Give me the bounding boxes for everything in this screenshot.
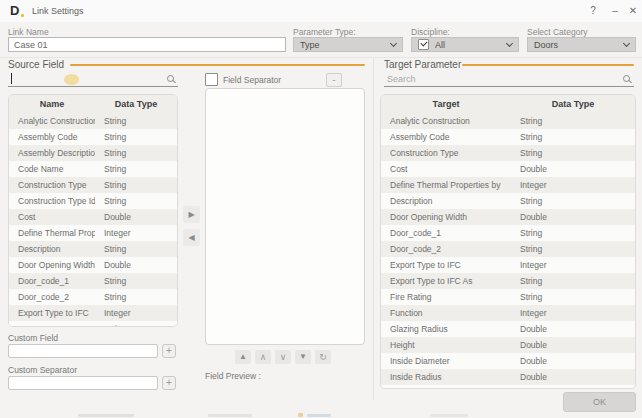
custom-field-label: Custom Field xyxy=(8,333,58,343)
window-title: Link Settings xyxy=(32,6,84,16)
table-row[interactable]: DescriptionString xyxy=(9,241,177,257)
table-row[interactable]: DescriptionString xyxy=(381,193,635,209)
table-row[interactable]: FunctionInteger xyxy=(381,305,635,321)
param-data-type: String xyxy=(95,273,177,289)
table-row[interactable]: Export Type to IFCInteger xyxy=(381,257,635,273)
help-icon[interactable]: ? xyxy=(586,4,600,18)
table-row[interactable]: Assembly DescriptionString xyxy=(9,145,177,161)
link-name-input[interactable] xyxy=(8,37,286,52)
param-data-type: Integer xyxy=(95,305,177,321)
param-name: Function xyxy=(381,305,511,321)
param-name: Export Type to IFC xyxy=(381,257,511,273)
param-name: Fire Rating xyxy=(381,289,511,305)
field-separator-label: Field Separator xyxy=(223,75,281,85)
table-row[interactable]: Code NameString xyxy=(9,161,177,177)
selected-fields-list[interactable] xyxy=(205,88,365,345)
parameter-type-label: Parameter Type: xyxy=(293,27,356,37)
add-custom-separator-button[interactable]: + xyxy=(162,376,176,390)
table-row[interactable]: Construction TypeString xyxy=(9,177,177,193)
select-category-select[interactable]: Doors xyxy=(527,37,636,52)
table-row[interactable]: Analytic ConstructionString xyxy=(9,113,177,129)
param-data-type: Double xyxy=(95,257,177,273)
target-table-header: Target Data Type xyxy=(381,95,635,113)
param-name: Assembly Code xyxy=(381,129,511,145)
param-name: Door_code_1 xyxy=(381,225,511,241)
table-row[interactable]: Construction Type IdString xyxy=(9,193,177,209)
table-row[interactable]: Assembly CodeString xyxy=(9,129,177,145)
target-search-input[interactable]: Search xyxy=(384,71,634,87)
field-separator-checkbox[interactable] xyxy=(205,73,218,86)
refresh-button[interactable]: ↻ xyxy=(315,350,331,364)
param-data-type: Double xyxy=(95,209,177,225)
move-up-button[interactable]: ∧ xyxy=(255,350,271,364)
param-name: Door Opening Width xyxy=(381,209,511,225)
param-data-type: String xyxy=(511,241,635,257)
param-name: Construction Type xyxy=(381,145,511,161)
param-name: Height xyxy=(381,337,511,353)
parameter-type-value: Type xyxy=(300,40,391,50)
table-row[interactable]: Inside DiameterDouble xyxy=(381,353,635,369)
partial-logo xyxy=(298,413,303,417)
source-table-body: Analytic ConstructionStringAssembly Code… xyxy=(9,113,177,327)
table-row[interactable]: Glazing RadiusDouble xyxy=(381,321,635,337)
move-down-button[interactable]: ∨ xyxy=(275,350,291,364)
target-col-name: Target xyxy=(381,95,511,113)
link-settings-dialog: D Link Settings ? – ✕ Link Name Paramete… xyxy=(0,0,642,418)
table-row[interactable]: Construction TypeString xyxy=(381,145,635,161)
param-name: Analytic Construction xyxy=(9,113,95,129)
source-table-header: Name Data Type xyxy=(9,95,177,113)
move-top-button[interactable]: ▲ xyxy=(235,350,251,364)
param-data-type: Double xyxy=(511,369,635,385)
custom-field-input[interactable] xyxy=(8,344,158,358)
close-icon[interactable]: ✕ xyxy=(626,4,640,18)
custom-separator-input[interactable] xyxy=(8,376,158,390)
separator-dropdown-button[interactable]: - xyxy=(326,73,342,87)
param-data-type: Double xyxy=(511,353,635,369)
table-row[interactable]: Door Opening WidthDouble xyxy=(9,257,177,273)
ok-button[interactable]: OK xyxy=(563,392,636,412)
param-name: Description xyxy=(9,241,95,257)
table-row[interactable]: Door_code_2String xyxy=(9,289,177,305)
param-data-type: String xyxy=(95,289,177,305)
table-row[interactable]: Door_code_1String xyxy=(381,225,635,241)
move-right-button[interactable]: ▶ xyxy=(183,206,200,223)
add-custom-field-button[interactable]: + xyxy=(162,344,176,358)
table-row[interactable]: Export Type to IFC AsString xyxy=(9,321,177,327)
app-logo: D xyxy=(10,3,19,18)
source-field-heading: Source Field xyxy=(8,59,64,70)
source-col-type: Data Type xyxy=(95,95,177,113)
table-row[interactable]: Define Thermal Properties byInteger xyxy=(381,177,635,193)
table-row[interactable]: Inside RadiusDouble xyxy=(381,369,635,385)
table-row[interactable]: Door_code_1String xyxy=(9,273,177,289)
param-data-type: String xyxy=(95,161,177,177)
table-row[interactable]: Door Opening WidthDouble xyxy=(381,209,635,225)
minimize-icon[interactable]: – xyxy=(608,4,622,18)
table-row[interactable]: Assembly CodeString xyxy=(381,129,635,145)
move-left-button[interactable]: ◀ xyxy=(183,229,200,246)
source-search-input[interactable] xyxy=(8,71,178,87)
param-data-type: String xyxy=(511,273,635,289)
table-row[interactable] xyxy=(381,385,635,389)
link-name-label: Link Name xyxy=(8,27,49,37)
source-heading-rule xyxy=(70,64,365,66)
table-row[interactable]: Export Type to IFC AsString xyxy=(381,273,635,289)
table-row[interactable]: HeightDouble xyxy=(381,337,635,353)
table-row[interactable]: CostDouble xyxy=(381,161,635,177)
discipline-select[interactable]: All xyxy=(411,37,519,52)
target-parameter-heading: Target Parameter xyxy=(384,59,461,70)
table-row[interactable]: Analytic ConstructionString xyxy=(381,113,635,129)
move-bottom-button[interactable]: ▼ xyxy=(295,350,311,364)
target-heading-rule xyxy=(462,64,634,66)
table-row[interactable]: Export Type to IFCInteger xyxy=(9,305,177,321)
table-row[interactable]: CostDouble xyxy=(9,209,177,225)
param-name: Door_code_2 xyxy=(9,289,95,305)
param-name: Door_code_2 xyxy=(381,241,511,257)
table-row[interactable]: Define Thermal PropertiesInteger xyxy=(9,225,177,241)
table-row[interactable]: Fire RatingString xyxy=(381,289,635,305)
param-data-type: String xyxy=(511,225,635,241)
parameter-type-select[interactable]: Type xyxy=(293,37,403,52)
discipline-value: All xyxy=(435,40,507,50)
target-table: Target Data Type Analytic ConstructionSt… xyxy=(380,94,636,389)
table-row[interactable]: Door_code_2String xyxy=(381,241,635,257)
discipline-all-checkbox[interactable] xyxy=(418,39,429,50)
